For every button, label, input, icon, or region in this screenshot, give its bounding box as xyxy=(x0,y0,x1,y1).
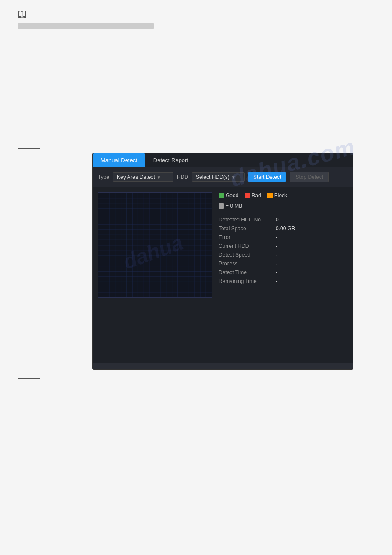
stat-value-5: - xyxy=(276,261,277,267)
good-dot xyxy=(219,193,224,198)
stat-row-6: Detect Time - xyxy=(219,268,348,277)
text-block-7 xyxy=(18,126,374,139)
controls-row: Type Key Area Detect ▼ HDD Select HDD(s)… xyxy=(93,167,353,187)
stat-label-7: Remaining Time xyxy=(219,278,276,284)
stat-label-6: Detect Time xyxy=(219,269,276,276)
hdd-dropdown[interactable]: Select HDD(s) ▼ xyxy=(192,172,245,182)
legend-row-1: Good Bad Block xyxy=(219,192,348,199)
legend-row-2: = 0 MB xyxy=(219,203,348,209)
hdd-detect-panel: Manual Detect Detect Report Type Key Are… xyxy=(92,153,353,370)
stat-row-3: Current HDD - xyxy=(219,242,348,250)
panel-extra-space xyxy=(93,306,353,363)
book-icon: 🕮 xyxy=(18,9,374,20)
stat-row-0: Detected HDD No. 0 xyxy=(219,215,348,224)
zero-mb-dot xyxy=(219,203,224,209)
type-dropdown-arrow: ▼ xyxy=(157,175,161,180)
type-value: Key Area Detect xyxy=(117,174,155,180)
type-dropdown[interactable]: Key Area Detect ▼ xyxy=(113,172,173,182)
zero-mb-label: = 0 MB xyxy=(226,203,242,209)
legend-good: Good xyxy=(219,192,238,199)
divider-top xyxy=(18,148,40,149)
hdd-label: HDD xyxy=(177,174,188,180)
tabs-bar: Manual Detect Detect Report xyxy=(93,153,353,167)
divider-bottom-1 xyxy=(18,378,40,379)
type-label: Type xyxy=(98,174,109,180)
spacer-1 xyxy=(18,384,374,397)
divider-bottom-2 xyxy=(18,406,40,406)
stat-row-4: Detect Speed - xyxy=(219,250,348,259)
bad-label: Bad xyxy=(252,192,261,199)
panel-footer xyxy=(93,363,353,369)
stat-value-3: - xyxy=(276,243,277,249)
stat-value-2: - xyxy=(276,234,277,240)
hdd-dropdown-arrow: ▼ xyxy=(231,175,236,180)
stat-row-1: Total Space 0.00 GB xyxy=(219,224,348,233)
bottom-section xyxy=(18,378,374,406)
good-label: Good xyxy=(226,192,238,199)
hdd-placeholder: Select HDD(s) xyxy=(196,174,230,180)
text-block-2 xyxy=(18,38,374,51)
legend-bad: Bad xyxy=(245,192,261,199)
panel-body: dahua Good Bad Block xyxy=(93,187,353,306)
stat-value-4: - xyxy=(276,252,277,258)
legend-zero-mb: = 0 MB xyxy=(219,203,242,209)
stat-label-3: Current HDD xyxy=(219,243,276,249)
stat-value-0: 0 xyxy=(276,217,279,223)
text-block-5 xyxy=(18,91,374,104)
start-detect-button[interactable]: Start Detect xyxy=(248,172,286,182)
stat-label-4: Detect Speed xyxy=(219,252,276,258)
stat-label-0: Detected HDD No. xyxy=(219,217,276,223)
stats-table: Detected HDD No. 0 Total Space 0.00 GB E… xyxy=(219,215,348,286)
stat-label-1: Total Space xyxy=(219,225,276,232)
grid-canvas: dahua xyxy=(98,192,212,298)
stat-value-7: - xyxy=(276,278,277,284)
stat-row-5: Process - xyxy=(219,259,348,268)
stat-value-1: 0.00 GB xyxy=(276,225,295,232)
stat-value-6: - xyxy=(276,269,277,276)
text-block-3 xyxy=(18,55,374,69)
progress-bar-top xyxy=(18,23,154,29)
tab-detect-report[interactable]: Detect Report xyxy=(145,153,196,167)
block-label: Block xyxy=(274,192,287,199)
tab-manual-detect[interactable]: Manual Detect xyxy=(93,153,145,167)
stop-detect-button: Stop Detect xyxy=(290,172,329,182)
text-block-4 xyxy=(18,73,374,86)
block-dot xyxy=(267,193,273,198)
text-block-6 xyxy=(18,108,374,121)
stat-label-2: Error xyxy=(219,234,276,240)
legend-block: Block xyxy=(267,192,287,199)
stat-row-7: Remaining Time - xyxy=(219,277,348,286)
info-panel: Good Bad Block = 0 MB xyxy=(219,192,348,301)
stat-row-2: Error - xyxy=(219,233,348,242)
stat-label-5: Process xyxy=(219,261,276,267)
bad-dot xyxy=(245,193,250,198)
